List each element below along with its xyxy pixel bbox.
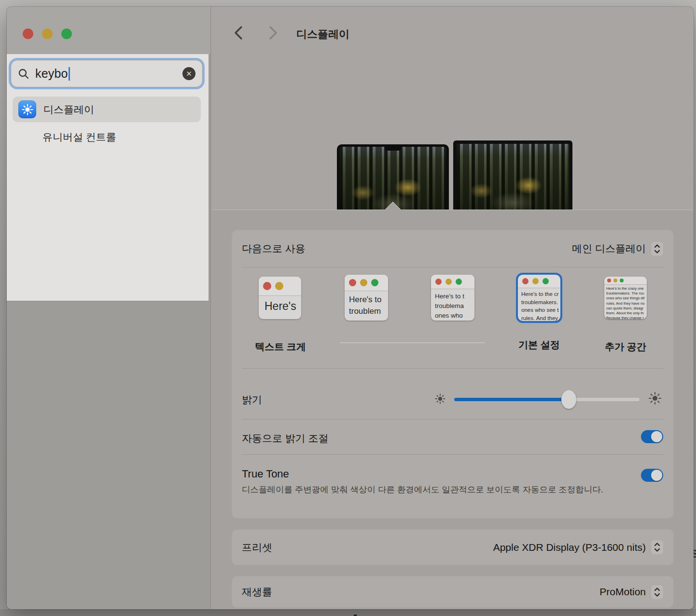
display-settings-card: 다음으로 사용 메인 디스플레이 Here's: [232, 230, 673, 518]
back-icon[interactable]: [231, 25, 246, 41]
brightness-slider-knob[interactable]: [561, 390, 576, 409]
divider: [242, 368, 664, 369]
use-as-value: 메인 디스플레이: [572, 242, 646, 255]
text-cursor: [69, 67, 70, 81]
true-tone-label: True Tone: [242, 468, 289, 480]
clear-search-icon[interactable]: ✕: [182, 67, 195, 80]
refresh-rate-stepper[interactable]: [651, 585, 664, 600]
content-header: 디스플레이: [211, 7, 694, 52]
brightness-bright-icon: [648, 392, 662, 405]
scaling-option-default[interactable]: Here's to the cr troublemakers. ones who…: [518, 275, 560, 321]
scaling-option-2[interactable]: Here's to troublem: [345, 275, 388, 321]
scaling-preview-text: Here's to troublem: [345, 291, 388, 317]
search-result-display[interactable]: 디스플레이: [13, 97, 201, 122]
brightness-dim-icon: [435, 393, 445, 404]
refresh-rate-row: 재생률 ProMotion: [232, 576, 673, 607]
scaling-preview-text: Here's to the crazy one troublemakers. T…: [604, 285, 647, 319]
display-settings-icon: [18, 100, 36, 118]
auto-brightness-toggle[interactable]: [641, 430, 663, 443]
monitor-frame: [453, 140, 572, 214]
refresh-rate-label: 재생률: [242, 585, 272, 599]
scaling-option-3[interactable]: Here's to t troublema ones who: [431, 275, 474, 321]
scaling-preview-text: Here's to the cr troublemakers. ones who…: [518, 288, 560, 321]
refresh-rate-card: 재생률 ProMotion: [232, 576, 673, 607]
preset-label: 프리셋: [242, 541, 272, 554]
scaling-option-label: 텍스트 크게: [232, 340, 329, 353]
zoom-button[interactable]: [61, 28, 72, 39]
divider: [242, 419, 664, 420]
scaling-option-label: 기본 설정: [491, 338, 587, 351]
use-as-label: 다음으로 사용: [242, 242, 306, 255]
scaling-preview-text: Here's to t troublema ones who: [431, 289, 474, 321]
desktop-background-text: ssn-keygen: [309, 611, 425, 616]
true-tone-toggle[interactable]: [641, 469, 663, 482]
minimize-button[interactable]: [42, 28, 53, 39]
search-results-panel: keybo ✕ 디스플레이 유니버설 컨트롤: [7, 54, 209, 301]
system-settings-window: keybo ✕ 디스플레이 유니버설 컨트롤: [7, 7, 694, 609]
desktop-background-strip: ssn-keygen: [0, 609, 696, 616]
content-pane: 디스플레이 내장 디스플레이 LG HDR 4K 정렬...: [211, 7, 694, 609]
close-button[interactable]: [23, 28, 33, 39]
brightness-slider[interactable]: [454, 398, 640, 401]
use-as-stepper[interactable]: [651, 241, 664, 256]
search-input[interactable]: keybo ✕: [11, 60, 203, 87]
preset-row: 프리셋 Apple XDR Display (P3-1600 nits): [232, 530, 673, 565]
search-result-universal-control[interactable]: 유니버설 컨트롤: [42, 130, 116, 144]
scaling-option-label: 추가 공간: [577, 340, 674, 353]
scaling-preview-text: Here's: [259, 296, 301, 313]
titlebar[interactable]: [7, 7, 210, 54]
page-title: 디스플레이: [296, 27, 349, 42]
preset-card: 프리셋 Apple XDR Display (P3-1600 nits): [232, 530, 673, 565]
scaling-option-more-space[interactable]: Here's to the crazy one troublemakers. T…: [604, 277, 647, 319]
display-thumbnail-lg[interactable]: [453, 140, 572, 214]
search-result-label: 디스플레이: [43, 103, 94, 116]
scaling-option-larger-text[interactable]: Here's 텍스트 크게: [259, 277, 302, 319]
divider: [242, 454, 664, 455]
brightness-label: 밝기: [242, 393, 262, 406]
auto-brightness-label: 자동으로 밝기 조절: [242, 432, 329, 445]
displays-strip: 내장 디스플레이 LG HDR 4K 정렬...: [211, 52, 694, 210]
search-icon: [18, 68, 29, 80]
refresh-rate-value: ProMotion: [599, 586, 646, 598]
use-as-row: 다음으로 사용 메인 디스플레이: [232, 230, 673, 267]
divider: [242, 267, 664, 267]
preset-stepper[interactable]: [651, 540, 664, 555]
laptop-notch: [385, 147, 401, 151]
true-tone-description: 디스플레이를 주변광에 맞춰 색상이 다른 환경에서도 일관적으로 보이도록 자…: [242, 483, 609, 496]
sidebar: keybo ✕ 디스플레이 유니버설 컨트롤: [7, 7, 211, 609]
search-value: keybo: [35, 67, 68, 81]
scaling-track-line: [340, 342, 485, 343]
forward-icon[interactable]: [265, 25, 281, 41]
preset-value: Apple XDR Display (P3-1600 nits): [493, 542, 646, 553]
